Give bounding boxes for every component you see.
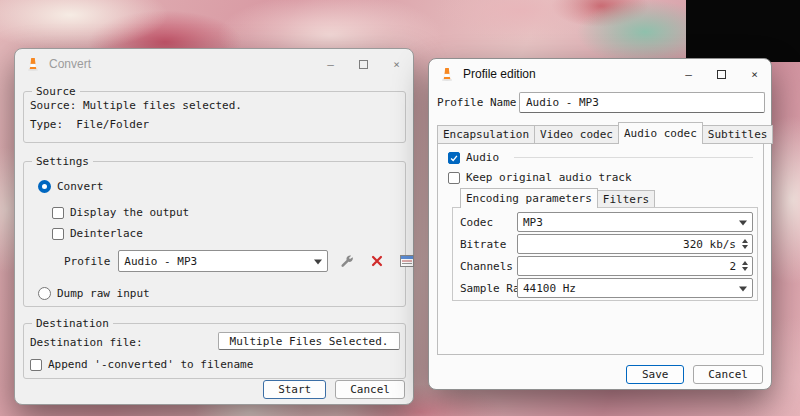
profile-titlebar[interactable]: Profile edition — × [429,59,771,89]
bitrate-value: 320 kb/s [683,238,736,251]
spin-down-icon[interactable] [742,267,748,271]
bitrate-label: Bitrate [460,238,506,251]
convert-close-button[interactable]: × [380,49,413,79]
profile-minimize-button[interactable]: — [672,59,705,89]
profile-close-button[interactable]: × [738,59,771,89]
destination-file-value: Multiple Files Selected. [230,335,389,348]
vlc-cone-icon [25,56,41,72]
display-output-checkbox[interactable] [52,207,64,219]
convert-dialog: Convert — × Source Source: Multiple file… [14,48,414,405]
chevron-down-icon [314,259,322,268]
channels-row: Channels 2 [453,256,757,276]
type-line: Type: File/Folder [30,118,149,131]
edit-profile-button[interactable] [336,250,358,272]
desktop: Convert — × Source Source: Multiple file… [0,0,800,416]
maximize-icon [717,70,726,79]
save-button[interactable]: Save [626,365,684,384]
destination-file-input[interactable]: Multiple Files Selected. [218,332,400,350]
check-icon [449,153,459,163]
minimize-icon: — [685,68,692,81]
audio-row: Audio [448,151,499,164]
deinterlace-row: Deinterlace [52,227,143,240]
audio-codec-pane: Audio Keep original audio track Encoding… [437,143,764,355]
profile-name-label: Profile Name [437,96,516,109]
tab-audio-codec[interactable]: Audio codec [618,122,703,144]
profile-name-input[interactable]: Audio - MP3 [519,92,765,113]
dump-raw-radio[interactable] [38,287,51,300]
close-icon: × [751,68,758,81]
audio-inner-tabs: Encoding parameters Filters [460,188,654,208]
settings-group: Settings Convert Display the output Dein… [23,161,406,307]
convert-buttons: Start Cancel [263,380,405,399]
profile-select-value: Audio - MP3 [124,255,197,268]
profile-cancel-button[interactable]: Cancel [693,365,763,384]
tab-encoding-parameters[interactable]: Encoding parameters [460,188,598,208]
keep-original-checkbox[interactable] [448,172,460,184]
audio-label: Audio [466,151,499,164]
destination-file-label: Destination file: [30,336,143,349]
convert-radio-row: Convert [38,180,103,193]
deinterlace-checkbox[interactable] [52,228,64,240]
source-line: Source: Multiple files selected. [30,99,242,112]
profile-maximize-button[interactable] [705,59,738,89]
codec-select[interactable]: MP3 [517,212,753,232]
codec-row: Codec MP3 [453,212,757,232]
profile-dialog-title: Profile edition [463,67,536,81]
convert-titlebar[interactable]: Convert — × [15,49,413,79]
profile-name-value: Audio - MP3 [526,96,599,109]
tab-encapsulation[interactable]: Encapsulation [437,125,535,144]
profile-buttons: Save Cancel [626,365,763,384]
display-output-label: Display the output [70,206,189,219]
source-group-label: Source [32,84,80,99]
append-converted-label: Append '-converted' to filename [48,358,253,371]
destination-group-label: Destination [32,316,113,331]
spin-up-icon[interactable] [742,239,748,243]
destination-file-label-row: Destination file: [30,336,143,349]
channels-stepper[interactable]: 2 [517,256,753,276]
convert-dialog-title: Convert [49,57,91,71]
convert-minimize-button[interactable]: — [314,49,347,79]
channels-label: Channels [460,260,513,273]
source-group: Source Source: Multiple files selected. … [23,91,406,143]
spin-up-icon[interactable] [742,261,748,265]
settings-group-label: Settings [32,154,93,169]
encoding-parameters-pane: Codec MP3 Bitrate 320 kb/s [452,207,758,301]
display-output-row: Display the output [52,206,189,219]
codec-label: Codec [460,216,493,229]
minimize-icon: — [327,58,334,71]
chevron-down-icon [739,220,747,229]
destination-group: Destination Destination file: Multiple F… [23,323,406,379]
close-icon: × [393,58,400,71]
spin-down-icon[interactable] [742,245,748,249]
codec-value: MP3 [523,216,543,229]
red-x-icon [370,254,384,268]
profile-row: Profile Audio - MP3 [64,250,418,272]
convert-cancel-button[interactable]: Cancel [335,380,405,399]
audio-group-line [514,157,753,158]
dump-raw-label: Dump raw input [57,287,150,300]
vlc-cone-icon [439,66,455,82]
tab-filters[interactable]: Filters [597,190,655,208]
delete-profile-button[interactable] [366,250,388,272]
convert-radio[interactable] [38,180,51,193]
tab-subtitles[interactable]: Subtitles [702,125,774,144]
new-profile-button[interactable] [396,250,418,272]
profile-label: Profile [64,255,110,268]
profile-list-icon [399,253,415,269]
dump-raw-row: Dump raw input [38,287,150,300]
append-converted-checkbox[interactable] [30,359,42,371]
wrench-icon [339,253,355,269]
bitrate-stepper[interactable]: 320 kb/s [517,234,753,254]
tab-video-codec[interactable]: Video codec [534,125,619,144]
append-converted-row: Append '-converted' to filename [30,358,253,371]
samplerate-select[interactable]: 44100 Hz [517,278,753,298]
convert-maximize-button[interactable] [347,49,380,79]
channels-value: 2 [729,260,736,273]
start-button[interactable]: Start [263,380,326,399]
chevron-down-icon [739,286,747,295]
profile-edition-dialog: Profile edition — × Profile Name Audio -… [428,58,772,390]
keep-original-row: Keep original audio track [448,171,632,184]
audio-checkbox[interactable] [448,152,460,164]
keep-original-label: Keep original audio track [466,171,632,184]
profile-select[interactable]: Audio - MP3 [118,250,328,272]
